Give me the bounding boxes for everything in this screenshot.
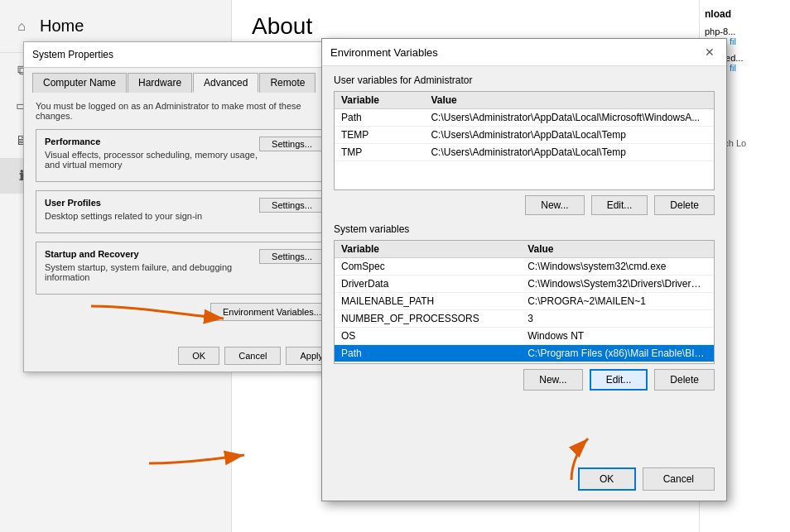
sys-var-name: PATHEXT: [335, 362, 521, 365]
env-cancel-button[interactable]: Cancel: [643, 467, 715, 491]
user-vars-label: User variables for Administrator: [334, 74, 715, 86]
sys-var-value: C:\Program Files (x86)\Mail Enable\BIN;C…: [521, 345, 714, 362]
sidebar-home-label: Home: [40, 17, 84, 36]
tab-advanced[interactable]: Advanced: [193, 73, 258, 93]
table-row[interactable]: ComSpec C:\Windows\system32\cmd.exe: [335, 258, 714, 276]
table-row[interactable]: TMP C:\Users\Administrator\AppData\Local…: [335, 144, 714, 161]
sys-var-name: MAILENABLE_PATH: [335, 293, 521, 310]
sys-var-col-variable: Variable: [335, 241, 521, 258]
env-vars-button-wrap: Environment Variables...: [36, 303, 334, 321]
user-var-value: C:\Users\Administrator\AppData\Local\Mic…: [424, 109, 714, 127]
user-var-value: C:\Users\Administrator\AppData\Local\Tem…: [424, 144, 714, 161]
sys-var-name: NUMBER_OF_PROCESSORS: [335, 310, 521, 328]
env-dialog-footer: OK Cancel: [578, 467, 715, 491]
sys-var-name: OS: [335, 328, 521, 345]
user-var-name: TEMP: [335, 127, 424, 144]
sys-var-value: Windows NT: [521, 328, 714, 345]
startup-recovery-section: Settings... Startup and Recovery System …: [36, 242, 334, 295]
sys-var-value: .COM;.EXE;.BAT;.CMD;.VBS;.VBE;.JS;.JSE;.…: [521, 362, 714, 365]
system-delete-button[interactable]: Delete: [654, 369, 715, 391]
tab-remote[interactable]: Remote: [259, 73, 316, 93]
home-icon: ⌂: [13, 19, 30, 34]
user-var-col-variable: Variable: [335, 92, 424, 109]
sys-props-body: You must be logged on as an Administrato…: [24, 93, 345, 329]
env-ok-button[interactable]: OK: [578, 467, 636, 491]
user-var-name: Path: [335, 109, 424, 127]
user-new-button[interactable]: New...: [525, 195, 584, 215]
env-dialog-close-button[interactable]: ✕: [701, 46, 718, 59]
table-row[interactable]: NUMBER_OF_PROCESSORS 3: [335, 310, 714, 328]
env-dialog-body: User variables for Administrator Variabl…: [322, 66, 726, 407]
env-dialog-title: Environment Variables: [330, 46, 438, 59]
env-dialog-title-bar: Environment Variables ✕: [322, 39, 726, 66]
system-new-button[interactable]: New...: [523, 369, 582, 391]
system-vars-table: Variable Value ComSpec C:\Windows\system…: [335, 241, 714, 364]
user-profiles-section: Settings... User Profiles Desktop settin…: [36, 190, 334, 233]
sys-var-value: 3: [521, 310, 714, 328]
table-row[interactable]: OS Windows NT: [335, 328, 714, 345]
performance-section: Settings... Performance Visual effects, …: [36, 129, 334, 182]
table-row[interactable]: PATHEXT .COM;.EXE;.BAT;.CMD;.VBS;.VBE;.J…: [335, 362, 714, 365]
system-vars-label: System variables: [334, 223, 715, 235]
user-vars-table-wrap: Variable Value Path C:\Users\Administrat…: [334, 91, 715, 190]
startup-settings-button[interactable]: Settings...: [259, 249, 325, 264]
system-edit-button[interactable]: Edit...: [590, 369, 648, 391]
table-row[interactable]: Path C:\Program Files (x86)\Mail Enable\…: [335, 345, 714, 362]
system-vars-table-wrap: Variable Value ComSpec C:\Windows\system…: [334, 240, 715, 364]
sys-props-cancel-button[interactable]: Cancel: [224, 347, 281, 365]
sys-var-col-value: Value: [521, 241, 714, 258]
system-properties-dialog: System Properties ✕ Computer Name Hardwa…: [23, 41, 346, 372]
environment-variables-dialog: Environment Variables ✕ User variables f…: [321, 38, 727, 501]
download-label: nload: [705, 8, 785, 20]
startup-desc: System startup, system failure, and debu…: [45, 262, 325, 282]
sys-var-name: DriverData: [335, 276, 521, 293]
environment-variables-button[interactable]: Environment Variables...: [210, 303, 334, 321]
sys-var-value: C:\Windows\system32\cmd.exe: [521, 258, 714, 276]
sys-props-title: System Properties: [32, 49, 113, 60]
table-row[interactable]: TEMP C:\Users\Administrator\AppData\Loca…: [335, 127, 714, 144]
sys-var-name: ComSpec: [335, 258, 521, 276]
user-profiles-settings-button[interactable]: Settings...: [259, 198, 325, 213]
table-row[interactable]: Path C:\Users\Administrator\AppData\Loca…: [335, 109, 714, 127]
user-var-value: C:\Users\Administrator\AppData\Local\Tem…: [424, 127, 714, 144]
table-row[interactable]: DriverData C:\Windows\System32\Drivers\D…: [335, 276, 714, 293]
user-edit-button[interactable]: Edit...: [591, 195, 648, 215]
performance-desc: Visual effects, processor scheduling, me…: [45, 150, 325, 170]
user-delete-button[interactable]: Delete: [654, 195, 715, 215]
sys-var-value: C:\PROGRA~2\MAILEN~1: [521, 293, 714, 310]
sys-props-ok-button[interactable]: OK: [178, 347, 219, 365]
performance-settings-button[interactable]: Settings...: [259, 137, 325, 151]
sys-var-name: Path: [335, 345, 521, 362]
sys-var-value: C:\Windows\System32\Drivers\DriverData: [521, 276, 714, 293]
system-vars-btn-row: New... Edit... Delete: [334, 369, 715, 391]
user-var-col-value: Value: [424, 92, 714, 109]
sys-props-footer: OK Cancel Apply: [178, 347, 337, 365]
user-vars-btn-row: New... Edit... Delete: [334, 195, 715, 215]
sys-props-title-bar: System Properties ✕: [24, 42, 345, 68]
tab-hardware[interactable]: Hardware: [128, 73, 192, 93]
sys-props-note: You must be logged on as an Administrato…: [36, 101, 334, 121]
table-row[interactable]: MAILENABLE_PATH C:\PROGRA~2\MAILEN~1: [335, 293, 714, 310]
user-vars-table: Variable Value Path C:\Users\Administrat…: [335, 92, 714, 161]
sys-props-tabs: Computer Name Hardware Advanced Remote: [24, 68, 345, 93]
tab-computer-name[interactable]: Computer Name: [32, 73, 127, 93]
user-var-name: TMP: [335, 144, 424, 161]
